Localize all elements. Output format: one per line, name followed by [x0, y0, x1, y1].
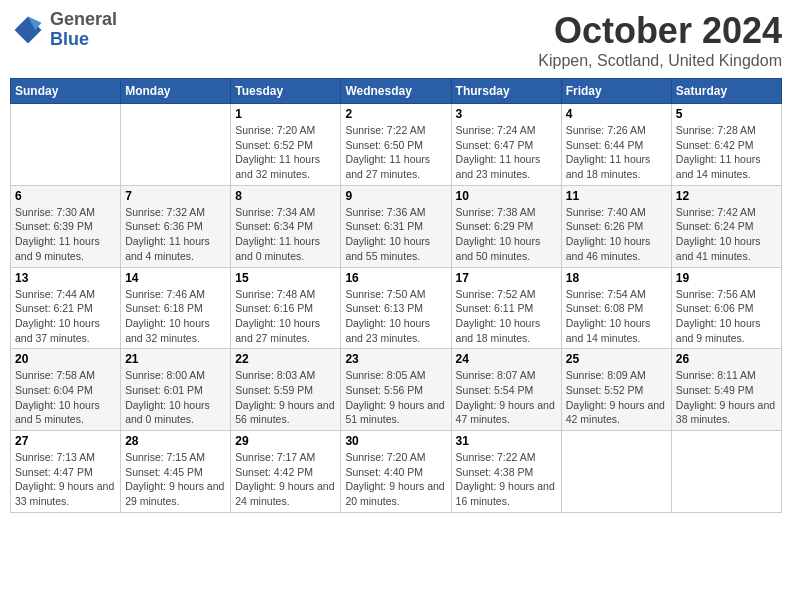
calendar-cell: 31Sunrise: 7:22 AMSunset: 4:38 PMDayligh…: [451, 431, 561, 513]
day-info: Sunrise: 7:46 AMSunset: 6:18 PMDaylight:…: [125, 287, 226, 346]
day-number: 16: [345, 271, 446, 285]
calendar-cell: 2Sunrise: 7:22 AMSunset: 6:50 PMDaylight…: [341, 104, 451, 186]
calendar-week-row: 1Sunrise: 7:20 AMSunset: 6:52 PMDaylight…: [11, 104, 782, 186]
calendar-cell: 29Sunrise: 7:17 AMSunset: 4:42 PMDayligh…: [231, 431, 341, 513]
day-number: 9: [345, 189, 446, 203]
day-info: Sunrise: 7:52 AMSunset: 6:11 PMDaylight:…: [456, 287, 557, 346]
day-header: Thursday: [451, 79, 561, 104]
day-info: Sunrise: 8:09 AMSunset: 5:52 PMDaylight:…: [566, 368, 667, 427]
day-number: 18: [566, 271, 667, 285]
calendar-cell: 25Sunrise: 8:09 AMSunset: 5:52 PMDayligh…: [561, 349, 671, 431]
day-info: Sunrise: 7:40 AMSunset: 6:26 PMDaylight:…: [566, 205, 667, 264]
day-info: Sunrise: 7:44 AMSunset: 6:21 PMDaylight:…: [15, 287, 116, 346]
day-info: Sunrise: 8:00 AMSunset: 6:01 PMDaylight:…: [125, 368, 226, 427]
day-number: 6: [15, 189, 116, 203]
day-number: 20: [15, 352, 116, 366]
calendar-cell: [11, 104, 121, 186]
calendar-cell: 19Sunrise: 7:56 AMSunset: 6:06 PMDayligh…: [671, 267, 781, 349]
day-number: 15: [235, 271, 336, 285]
calendar-cell: 12Sunrise: 7:42 AMSunset: 6:24 PMDayligh…: [671, 185, 781, 267]
day-info: Sunrise: 7:26 AMSunset: 6:44 PMDaylight:…: [566, 123, 667, 182]
day-number: 8: [235, 189, 336, 203]
day-info: Sunrise: 7:20 AMSunset: 4:40 PMDaylight:…: [345, 450, 446, 509]
logo-blue: Blue: [50, 30, 117, 50]
day-number: 10: [456, 189, 557, 203]
calendar-cell: 14Sunrise: 7:46 AMSunset: 6:18 PMDayligh…: [121, 267, 231, 349]
calendar-cell: 10Sunrise: 7:38 AMSunset: 6:29 PMDayligh…: [451, 185, 561, 267]
day-info: Sunrise: 7:54 AMSunset: 6:08 PMDaylight:…: [566, 287, 667, 346]
calendar-cell: [671, 431, 781, 513]
calendar-cell: 6Sunrise: 7:30 AMSunset: 6:39 PMDaylight…: [11, 185, 121, 267]
calendar-cell: 11Sunrise: 7:40 AMSunset: 6:26 PMDayligh…: [561, 185, 671, 267]
calendar-cell: 28Sunrise: 7:15 AMSunset: 4:45 PMDayligh…: [121, 431, 231, 513]
calendar-cell: 20Sunrise: 7:58 AMSunset: 6:04 PMDayligh…: [11, 349, 121, 431]
day-header: Monday: [121, 79, 231, 104]
logo-text: General Blue: [50, 10, 117, 50]
day-info: Sunrise: 7:15 AMSunset: 4:45 PMDaylight:…: [125, 450, 226, 509]
day-number: 11: [566, 189, 667, 203]
day-number: 4: [566, 107, 667, 121]
month-title: October 2024: [538, 10, 782, 52]
day-info: Sunrise: 7:34 AMSunset: 6:34 PMDaylight:…: [235, 205, 336, 264]
location: Kippen, Scotland, United Kingdom: [538, 52, 782, 70]
day-number: 13: [15, 271, 116, 285]
day-info: Sunrise: 8:11 AMSunset: 5:49 PMDaylight:…: [676, 368, 777, 427]
calendar-cell: 22Sunrise: 8:03 AMSunset: 5:59 PMDayligh…: [231, 349, 341, 431]
calendar-cell: 16Sunrise: 7:50 AMSunset: 6:13 PMDayligh…: [341, 267, 451, 349]
day-number: 19: [676, 271, 777, 285]
svg-marker-0: [15, 16, 42, 43]
calendar-cell: 13Sunrise: 7:44 AMSunset: 6:21 PMDayligh…: [11, 267, 121, 349]
day-header: Tuesday: [231, 79, 341, 104]
day-number: 2: [345, 107, 446, 121]
day-number: 17: [456, 271, 557, 285]
day-number: 30: [345, 434, 446, 448]
day-header: Saturday: [671, 79, 781, 104]
day-info: Sunrise: 7:58 AMSunset: 6:04 PMDaylight:…: [15, 368, 116, 427]
day-number: 5: [676, 107, 777, 121]
day-info: Sunrise: 8:03 AMSunset: 5:59 PMDaylight:…: [235, 368, 336, 427]
day-info: Sunrise: 7:42 AMSunset: 6:24 PMDaylight:…: [676, 205, 777, 264]
day-info: Sunrise: 7:38 AMSunset: 6:29 PMDaylight:…: [456, 205, 557, 264]
calendar-cell: 17Sunrise: 7:52 AMSunset: 6:11 PMDayligh…: [451, 267, 561, 349]
day-number: 24: [456, 352, 557, 366]
calendar-cell: 5Sunrise: 7:28 AMSunset: 6:42 PMDaylight…: [671, 104, 781, 186]
day-number: 7: [125, 189, 226, 203]
day-info: Sunrise: 7:22 AMSunset: 6:50 PMDaylight:…: [345, 123, 446, 182]
calendar-week-row: 6Sunrise: 7:30 AMSunset: 6:39 PMDaylight…: [11, 185, 782, 267]
day-number: 25: [566, 352, 667, 366]
day-info: Sunrise: 7:50 AMSunset: 6:13 PMDaylight:…: [345, 287, 446, 346]
page-header: General Blue October 2024 Kippen, Scotla…: [10, 10, 782, 70]
logo-icon: [10, 12, 46, 48]
day-info: Sunrise: 7:13 AMSunset: 4:47 PMDaylight:…: [15, 450, 116, 509]
day-number: 28: [125, 434, 226, 448]
calendar-cell: 21Sunrise: 8:00 AMSunset: 6:01 PMDayligh…: [121, 349, 231, 431]
logo-general: General: [50, 10, 117, 30]
day-number: 31: [456, 434, 557, 448]
day-info: Sunrise: 8:05 AMSunset: 5:56 PMDaylight:…: [345, 368, 446, 427]
day-number: 12: [676, 189, 777, 203]
day-info: Sunrise: 7:22 AMSunset: 4:38 PMDaylight:…: [456, 450, 557, 509]
day-number: 14: [125, 271, 226, 285]
day-info: Sunrise: 7:32 AMSunset: 6:36 PMDaylight:…: [125, 205, 226, 264]
day-number: 22: [235, 352, 336, 366]
day-info: Sunrise: 7:20 AMSunset: 6:52 PMDaylight:…: [235, 123, 336, 182]
day-info: Sunrise: 7:36 AMSunset: 6:31 PMDaylight:…: [345, 205, 446, 264]
day-info: Sunrise: 8:07 AMSunset: 5:54 PMDaylight:…: [456, 368, 557, 427]
calendar-cell: 9Sunrise: 7:36 AMSunset: 6:31 PMDaylight…: [341, 185, 451, 267]
day-info: Sunrise: 7:28 AMSunset: 6:42 PMDaylight:…: [676, 123, 777, 182]
day-number: 21: [125, 352, 226, 366]
calendar-cell: [121, 104, 231, 186]
calendar-table: SundayMondayTuesdayWednesdayThursdayFrid…: [10, 78, 782, 513]
day-header: Friday: [561, 79, 671, 104]
day-info: Sunrise: 7:48 AMSunset: 6:16 PMDaylight:…: [235, 287, 336, 346]
calendar-cell: 30Sunrise: 7:20 AMSunset: 4:40 PMDayligh…: [341, 431, 451, 513]
day-info: Sunrise: 7:30 AMSunset: 6:39 PMDaylight:…: [15, 205, 116, 264]
day-number: 1: [235, 107, 336, 121]
calendar-cell: 27Sunrise: 7:13 AMSunset: 4:47 PMDayligh…: [11, 431, 121, 513]
calendar-cell: 1Sunrise: 7:20 AMSunset: 6:52 PMDaylight…: [231, 104, 341, 186]
day-number: 29: [235, 434, 336, 448]
day-header: Sunday: [11, 79, 121, 104]
calendar-cell: 3Sunrise: 7:24 AMSunset: 6:47 PMDaylight…: [451, 104, 561, 186]
day-number: 27: [15, 434, 116, 448]
calendar-week-row: 13Sunrise: 7:44 AMSunset: 6:21 PMDayligh…: [11, 267, 782, 349]
